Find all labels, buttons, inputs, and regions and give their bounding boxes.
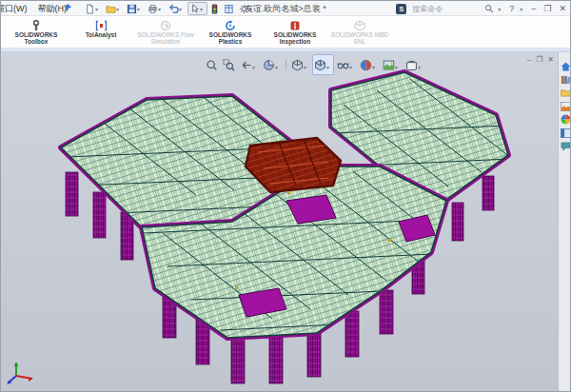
addin-flow-simulation[interactable]: SOLIDWORKS Flow Simulation (134, 17, 197, 48)
appearances-scenes-icon[interactable] (560, 114, 571, 125)
file-explorer-icon[interactable] (560, 88, 571, 98)
search-icon[interactable] (484, 4, 494, 13)
addin-label: TolAnalyst (86, 31, 117, 38)
toolbox-icon (30, 19, 42, 31)
tolanalyst-icon (95, 19, 108, 31)
view-orientation-button[interactable] (289, 54, 311, 75)
menu-window[interactable]: 窗口(W) (0, 3, 29, 15)
addin-solidworks-toolbox[interactable]: SOLIDWORKS Toolbox (5, 17, 68, 48)
chevron-down-icon[interactable] (418, 56, 423, 73)
solidworks-resources-icon[interactable] (560, 61, 571, 71)
help-button[interactable]: ? (507, 3, 516, 15)
toolbar-separator (286, 59, 286, 70)
chevron-down-icon[interactable] (520, 4, 525, 13)
chevron-down-icon[interactable] (179, 4, 185, 13)
chevron-down-icon[interactable] (326, 56, 332, 73)
doc-restore-button[interactable]: ❐ (536, 55, 542, 64)
chevron-down-icon[interactable] (304, 56, 309, 73)
command-search-input[interactable] (410, 3, 481, 14)
chevron-down-icon[interactable] (275, 56, 281, 73)
zoom-to-fit-button[interactable] (204, 57, 220, 73)
addin-tolanalyst[interactable]: TolAnalyst (69, 17, 132, 48)
chevron-down-icon[interactable] (200, 4, 206, 13)
menu-bar: 窗口(W) 帮助(H) (0, 3, 68, 15)
title-bar: 窗口(W) 帮助(H) (1, 1, 570, 16)
titlebar-right-cluster: S ? – ❐ ✕ (396, 2, 568, 15)
display-style-button[interactable] (312, 54, 334, 75)
apply-scene-button[interactable] (381, 54, 403, 75)
chevron-down-icon[interactable] (252, 56, 258, 73)
pin-icon[interactable] (62, 3, 72, 13)
chevron-down-icon[interactable] (395, 56, 401, 73)
addin-plastics[interactable]: SOLIDWORKS Plastics (199, 17, 262, 48)
formwork-assembly-model[interactable] (1, 52, 571, 392)
custom-properties-icon[interactable] (560, 127, 571, 138)
view-settings-button[interactable] (404, 54, 425, 75)
open-button[interactable] (104, 2, 124, 15)
chevron-down-icon[interactable] (349, 56, 355, 73)
chevron-down-icon[interactable] (137, 4, 143, 13)
doc-minimize-button[interactable]: – (527, 55, 531, 64)
addin-mbd-snl[interactable]: SOLIDWORKS MBD SNL (328, 17, 391, 48)
document-title: 友谊.欧尚名城>总装 * (245, 3, 326, 15)
zoom-to-area-button[interactable] (221, 57, 237, 73)
quick-access-toolbar (83, 2, 257, 15)
design-library-icon[interactable] (560, 74, 571, 85)
save-button[interactable] (125, 2, 145, 15)
flow-simulation-icon (160, 19, 171, 31)
restore-button[interactable]: ❐ (541, 3, 553, 15)
solidworks-forum-icon[interactable] (560, 141, 571, 151)
new-button[interactable] (83, 2, 103, 15)
mbd-snl-icon (354, 19, 365, 31)
print-button[interactable] (146, 2, 166, 15)
file-properties-button[interactable] (222, 2, 236, 15)
addin-inspection[interactable]: SOLIDWORKS Inspection (264, 17, 326, 48)
addin-label: SOLIDWORKS Toolbox (6, 31, 67, 46)
chevron-down-icon[interactable] (498, 4, 503, 13)
doc-close-button[interactable]: ✕ (547, 55, 554, 64)
minimize-button[interactable]: – (529, 3, 538, 15)
view-palette-icon[interactable] (560, 101, 571, 111)
undo-button[interactable] (167, 2, 187, 15)
document-window-controls: – ❐ ✕ (527, 55, 554, 64)
addin-label: SOLIDWORKS MBD SNL (329, 31, 390, 46)
orientation-triad (4, 355, 44, 389)
rebuild-button[interactable] (208, 2, 221, 15)
chevron-down-icon[interactable] (95, 4, 101, 13)
select-button[interactable] (187, 2, 207, 15)
task-pane-strip (558, 52, 571, 392)
addin-label: SOLIDWORKS Plastics (200, 31, 261, 46)
chevron-down-icon[interactable] (158, 4, 164, 13)
inspection-icon (289, 19, 301, 31)
hide-show-items-button[interactable] (335, 54, 357, 75)
graphics-viewport[interactable]: – ❐ ✕ (1, 52, 571, 392)
edit-appearance-button[interactable] (358, 54, 380, 75)
solidworks-window: 窗口(W) 帮助(H) (0, 0, 571, 392)
section-view-button[interactable] (261, 54, 283, 75)
solidworks-badge-icon: S (396, 4, 406, 14)
addin-label: SOLIDWORKS Inspection (265, 31, 325, 46)
heads-up-view-toolbar (204, 54, 425, 75)
chevron-down-icon[interactable] (372, 56, 378, 73)
command-manager-ribbon: SOLIDWORKS Toolbox TolAnalyst SOLIDWORKS… (1, 16, 570, 49)
previous-view-button[interactable] (238, 54, 260, 75)
plastics-icon (225, 19, 236, 31)
addin-label: SOLIDWORKS Flow Simulation (135, 31, 196, 46)
close-button[interactable]: ✕ (557, 3, 568, 15)
chevron-down-icon[interactable] (116, 4, 122, 13)
